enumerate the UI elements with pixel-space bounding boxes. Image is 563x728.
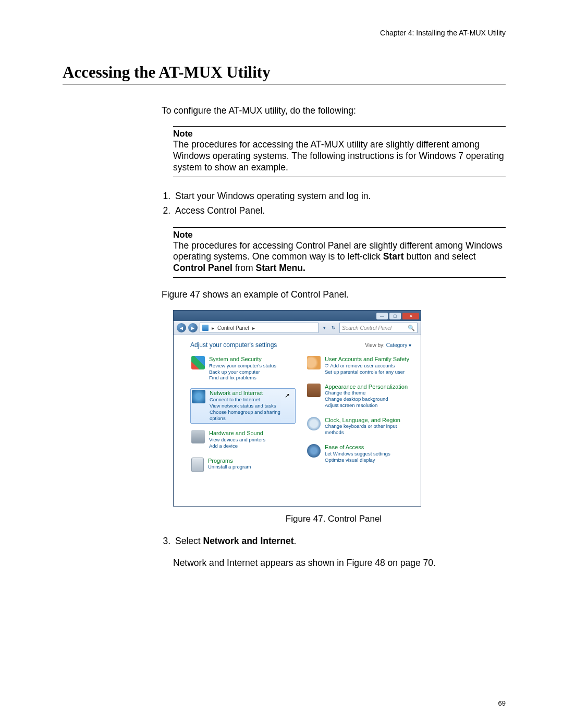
- step-2: Access Control Panel.: [173, 203, 506, 218]
- category-clock-language-and-region[interactable]: Clock, Language, and RegionChange keyboa…: [306, 416, 411, 438]
- close-button[interactable]: ✕: [402, 313, 419, 319]
- figure-caption: Figure 47. Control Panel: [162, 514, 506, 524]
- net-icon: [192, 390, 205, 403]
- category-appearance-and-personalization[interactable]: Appearance and PersonalizationChange the…: [306, 382, 411, 411]
- minimize-button[interactable]: —: [376, 313, 388, 319]
- search-icon: 🔍: [408, 325, 415, 331]
- category-sublink[interactable]: Choose homegroup and sharing options: [210, 409, 293, 422]
- category-sublink[interactable]: Adjust screen resolution: [325, 402, 408, 409]
- category-sublink[interactable]: Optimize visual display: [325, 457, 390, 463]
- note-label: Note: [173, 230, 506, 240]
- category-title[interactable]: Appearance and Personalization: [325, 384, 408, 390]
- category-sublink[interactable]: Uninstall a program: [208, 464, 251, 470]
- chapter-header: Chapter 4: Installing the AT-MUX Utility: [63, 29, 506, 37]
- after-step3: Network and Internet appears as shown in…: [173, 558, 506, 569]
- section-title: Accessing the AT-MUX Utility: [63, 63, 506, 84]
- category-sublink[interactable]: Back up your computer: [209, 369, 276, 375]
- category-title[interactable]: Ease of Access: [325, 444, 390, 451]
- category-network-and-internet[interactable]: Network and InternetConnect to the Inter…: [190, 388, 296, 424]
- category-title[interactable]: Clock, Language, and Region: [325, 417, 409, 424]
- note-text: The procedures for accessing Control Pan…: [173, 240, 506, 275]
- category-sublink[interactable]: Connect to the Internet: [210, 397, 293, 403]
- maximize-button[interactable]: ▢: [389, 313, 401, 319]
- category-user-accounts-and-family-safety[interactable]: User Accounts and Family SafetyAdd or re…: [306, 355, 411, 377]
- page-number: 69: [498, 699, 506, 707]
- category-sublink[interactable]: Add a device: [209, 443, 265, 449]
- usr-icon: [307, 356, 321, 369]
- step-3: Select Network and Internet.: [173, 534, 506, 548]
- note-block-2: Note The procedures for accessing Contro…: [173, 227, 506, 278]
- eoa-icon: [307, 444, 321, 458]
- breadcrumb-text: Control Panel: [217, 325, 249, 331]
- category-title[interactable]: Hardware and Sound: [209, 430, 265, 437]
- breadcrumb[interactable]: ▸ Control Panel ▸: [200, 323, 319, 333]
- app-icon: [307, 384, 321, 397]
- note-label: Note: [173, 129, 506, 139]
- category-sublink[interactable]: Let Windows suggest settings: [325, 451, 390, 457]
- category-sublink[interactable]: Add or remove user accounts: [325, 363, 409, 369]
- control-panel-window: — ▢ ✕ ◄ ► ▸ Control Panel ▸ ▾ ↻ Search C…: [173, 310, 421, 507]
- cursor-icon: ↖: [285, 392, 290, 399]
- category-title[interactable]: User Accounts and Family Safety: [325, 356, 409, 363]
- category-sublink[interactable]: Change desktop background: [325, 396, 408, 402]
- figure-intro: Figure 47 shows an example of Control Pa…: [162, 289, 506, 301]
- search-placeholder: Search Control Panel: [342, 325, 391, 331]
- nav-forward-button[interactable]: ►: [188, 323, 198, 332]
- category-system-and-security[interactable]: System and SecurityReview your computer'…: [190, 355, 296, 383]
- sys-icon: [191, 356, 205, 369]
- category-title[interactable]: Network and Internet: [210, 390, 293, 397]
- intro-paragraph: To configure the AT-MUX utility, do the …: [162, 105, 506, 117]
- category-sublink[interactable]: View devices and printers: [209, 437, 265, 443]
- refresh-button[interactable]: ↻: [330, 325, 337, 330]
- clk-icon: [307, 417, 321, 430]
- address-bar: ◄ ► ▸ Control Panel ▸ ▾ ↻ Search Control…: [174, 321, 421, 335]
- category-programs[interactable]: ProgramsUninstall a program: [190, 456, 296, 474]
- note-text: The procedures for accessing the AT-MUX …: [173, 139, 506, 174]
- category-sublink[interactable]: Change the theme: [325, 390, 408, 396]
- control-panel-icon: [202, 325, 209, 331]
- steps-list-2: Select Network and Internet.: [162, 534, 506, 548]
- steps-list-1: Start your Windows operating system and …: [162, 189, 506, 218]
- dropdown-button[interactable]: ▾: [321, 325, 328, 330]
- hw-icon: [191, 430, 205, 443]
- category-ease-of-access[interactable]: Ease of AccessLet Windows suggest settin…: [306, 443, 411, 465]
- category-sublink[interactable]: View network status and tasks: [210, 403, 293, 409]
- step-1: Start your Windows operating system and …: [173, 189, 506, 203]
- prg-icon: [191, 458, 204, 472]
- category-title[interactable]: Programs: [208, 458, 251, 464]
- breadcrumb-sep: ▸: [212, 325, 214, 331]
- category-hardware-and-sound[interactable]: Hardware and SoundView devices and print…: [190, 429, 296, 451]
- search-input[interactable]: Search Control Panel 🔍: [339, 323, 418, 333]
- category-sublink[interactable]: Set up parental controls for any user: [325, 369, 409, 375]
- breadcrumb-sep: ▸: [252, 325, 255, 331]
- nav-back-button[interactable]: ◄: [177, 323, 186, 332]
- category-sublink[interactable]: Find and fix problems: [209, 375, 276, 381]
- adjust-settings-label: Adjust your computer's settings: [190, 341, 277, 349]
- category-title[interactable]: System and Security: [209, 356, 276, 363]
- view-by[interactable]: View by: Category ▾: [365, 342, 411, 348]
- note-block-1: Note The procedures for accessing the AT…: [173, 126, 506, 177]
- category-sublink[interactable]: Review your computer's status: [209, 363, 276, 369]
- window-titlebar: — ▢ ✕: [174, 311, 421, 321]
- category-sublink[interactable]: Change keyboards or other input methods: [325, 423, 409, 436]
